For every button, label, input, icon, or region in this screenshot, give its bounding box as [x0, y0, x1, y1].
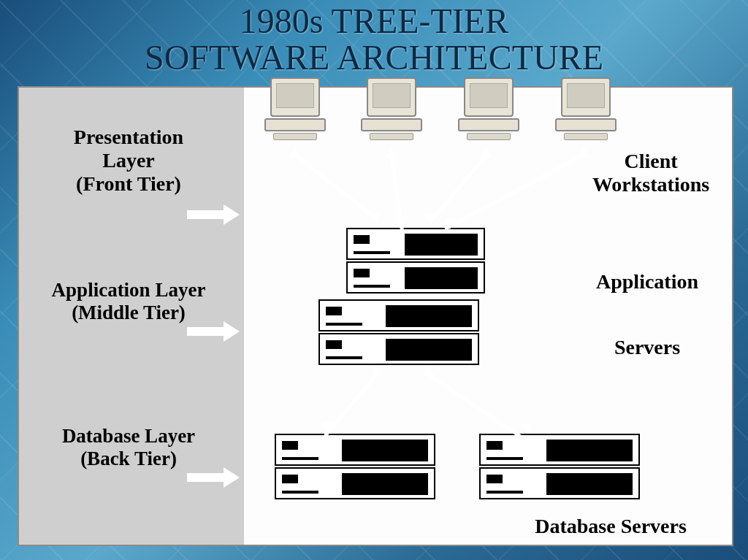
diagram-frame: Presentation Layer (Front Tier) Applicat…	[18, 86, 733, 546]
arrowhead-icon	[422, 365, 434, 375]
server-icon	[346, 261, 485, 294]
label-servers: Servers	[592, 336, 702, 359]
workstation-icon	[454, 77, 524, 142]
arrow-icon	[187, 321, 240, 342]
label-application: Application	[574, 270, 720, 294]
server-icon	[318, 299, 479, 331]
connector-line	[444, 153, 584, 230]
server-icon	[318, 333, 479, 365]
title-line-1: 1980s TREE-TIER	[0, 3, 748, 39]
title-line-2: SOFTWARE ARCHITECTURE	[0, 39, 748, 76]
connector-line	[294, 154, 376, 220]
arrow-icon	[187, 204, 240, 225]
server-icon	[479, 434, 640, 466]
arrowhead-icon	[522, 423, 533, 434]
arrowhead-icon	[396, 218, 408, 228]
workstation-icon	[260, 77, 330, 142]
arrowhead-icon	[386, 147, 397, 158]
arrowhead-icon	[289, 147, 301, 158]
app-server-stack	[318, 299, 479, 367]
layer-label-application: Application Layer (Middle Tier)	[34, 279, 224, 324]
arrowhead-icon	[321, 422, 333, 432]
db-server-stack	[479, 434, 640, 501]
connector-line	[429, 154, 488, 223]
arrowhead-icon	[370, 213, 381, 223]
arrowhead-icon	[425, 215, 437, 225]
label-client-workstations: Client Workstations	[574, 150, 728, 196]
layer-sidebar: Presentation Layer (Front Tier) Applicat…	[19, 88, 244, 545]
app-server-stack	[346, 228, 485, 295]
server-icon	[275, 467, 435, 499]
server-icon	[479, 467, 640, 499]
workstation-icon	[356, 77, 427, 142]
arrowhead-icon	[371, 365, 383, 375]
db-server-stack	[275, 434, 435, 501]
layer-label-presentation: Presentation Layer (Front Tier)	[34, 126, 224, 196]
arrowhead-icon	[481, 147, 492, 158]
arrow-icon	[187, 467, 240, 488]
server-icon	[275, 434, 435, 466]
workstation-icon	[551, 77, 621, 142]
connector-line	[427, 372, 526, 441]
layer-label-database: Database Layer (Back Tier)	[34, 425, 224, 470]
arrowhead-icon	[578, 147, 589, 158]
server-icon	[346, 228, 485, 260]
arrowhead-icon	[444, 219, 456, 229]
slide-title: 1980s TREE-TIER SOFTWARE ARCHITECTURE	[0, 0, 748, 83]
label-database-servers: Database Servers	[508, 515, 713, 538]
